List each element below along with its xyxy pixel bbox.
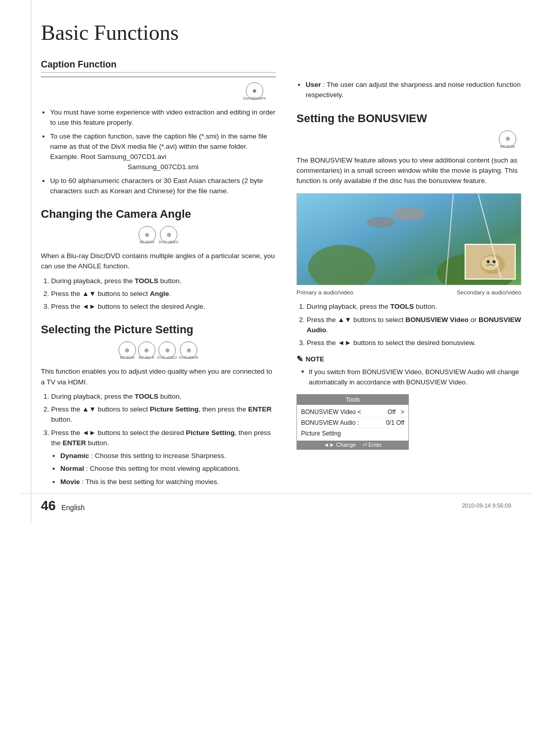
bonusview-section: Setting the BONUSVIEW ⊕ BD-ROM The BONUS… <box>296 112 521 450</box>
bdrom-badge-2: ⊕ BD-ROM <box>119 341 136 359</box>
tools-bold-1: TOOLS <box>135 277 158 285</box>
camera-angle-section: Changing the Camera Angle ⊕ BD-ROM ⊕ DVD… <box>41 208 276 312</box>
tools-row-2-value: 0/1 Off <box>386 419 404 426</box>
note-label: NOTE <box>306 355 324 363</box>
ps-subbullet-normal: Normal : Choose this setting for most vi… <box>60 464 276 474</box>
bdrom-badge-bv: ⊕ BD-ROM <box>499 130 516 148</box>
page-footer: 46 English 2010-09-14 9:56:09 <box>20 493 532 514</box>
bdre-label: BD-RE/-R <box>139 356 154 359</box>
bdre-badge: ⊕ BD-RE/-R <box>138 341 155 359</box>
ps-step-1: During playback, press the TOOLS button. <box>51 392 276 402</box>
note-content: If you switch from BONUSVIEW Video, BONU… <box>296 367 521 387</box>
page-title: Basic Functions <box>41 20 521 45</box>
ps-step-3: Press the ◄► buttons to select the desir… <box>51 428 276 487</box>
user-bullet-list: User : The user can adjust the sharpness… <box>296 80 521 101</box>
svg-point-9 <box>487 260 490 263</box>
margin-line <box>31 0 31 523</box>
bdrom-label-bv: BD-ROM <box>500 145 515 148</box>
bdrom-label-1: BD-ROM <box>140 240 154 244</box>
svg-point-10 <box>493 260 496 263</box>
tools-popup-body: BONUSVIEW Video < Off > BONUSVIEW Audio … <box>297 405 408 441</box>
enter-bold-2: ENTER <box>63 439 86 447</box>
svg-point-8 <box>481 257 499 270</box>
bdrom-label-2: BD-ROM <box>120 356 134 359</box>
tools-popup: Tools BONUSVIEW Video < Off > BONUSVIEW … <box>296 394 409 450</box>
tools-row-3-label: Picture Setting <box>301 430 341 437</box>
divx-icon-inner: ⊕ <box>252 88 257 94</box>
dvdvideo-label-2: DVD-VIDEO <box>157 356 177 359</box>
caption-bullet-1: You must have some experience with video… <box>50 107 276 128</box>
tools-popup-footer: ◄► Change ⏎ Enter <box>297 441 408 449</box>
footer-right: 2010-09-14 9:56:09 <box>462 502 511 509</box>
two-column-layout: Caption Function ⊕ DivX/MG/MP4 You must … <box>41 59 521 492</box>
bonusview-inset-img <box>465 244 516 280</box>
dvdvideo-badge-1: ⊕ DVD-VIDEO <box>159 226 179 244</box>
dvdvideo-label-1: DVD-VIDEO <box>159 240 179 244</box>
bonusview-icon-group: ⊕ BD-ROM <box>296 130 516 148</box>
bv-step-3: Press the ◄► buttons to select the desir… <box>307 338 521 348</box>
dvdplusrw-badge: ⊕ DVD+RW/R <box>179 341 198 359</box>
camera-step-1: During playback, press the TOOLS button. <box>51 276 276 286</box>
bv-tools-bold: TOOLS <box>390 303 414 310</box>
svg-point-1 <box>367 217 395 228</box>
ps-bold-2: Picture Setting <box>186 429 235 437</box>
note-title: ✎ NOTE <box>296 354 521 364</box>
tools-row-3: Picture Setting <box>301 428 404 439</box>
bv-step-1: During playback, press the TOOLS button. <box>307 302 521 312</box>
divx-icon-label: DivX/MG/MP4 <box>243 97 266 100</box>
dvdvideo-badge-2: ⊕ DVD-VIDEO <box>157 341 177 359</box>
page-language: English <box>61 503 85 512</box>
note-bullet-1: If you switch from BONUSVIEW Video, BONU… <box>302 367 521 387</box>
bv-step-2: Press the ▲▼ buttons to select BONUSVIEW… <box>307 315 521 336</box>
tools-row-1-value: Off > <box>387 408 404 416</box>
tools-row-1-label: BONUSVIEW Video < <box>301 408 361 416</box>
ps-step-2: Press the ▲▼ buttons to select Picture S… <box>51 404 276 425</box>
ps-bold-1: Picture Setting <box>150 405 198 413</box>
picture-setting-icons: ⊕ BD-ROM ⊕ BD-RE/-R ⊕ DVD-V <box>41 341 276 359</box>
caption-bullet-2: To use the caption function, save the ca… <box>50 131 276 173</box>
user-bullet: User : The user can adjust the sharpness… <box>306 80 521 101</box>
footer-left: 46 English <box>41 498 85 514</box>
inset-img-svg <box>466 245 515 279</box>
page-wrapper: Basic Functions Caption Function ⊕ DivX/… <box>20 0 532 523</box>
bdrom-badge-1: ⊕ BD-ROM <box>139 226 156 244</box>
camera-angle-icons: ⊕ BD-ROM ⊕ DVD-VIDEO <box>41 226 276 244</box>
picture-setting-steps: During playback, press the TOOLS button.… <box>41 392 276 487</box>
tools-popup-header: Tools <box>297 395 408 405</box>
camera-step-2: Press the ▲▼ buttons to select Angle. <box>51 289 276 299</box>
picture-setting-intro: This function enables you to adjust vide… <box>41 366 276 387</box>
bv-video-bold: BONUSVIEW Video <box>405 316 469 324</box>
ps-subbullet-movie: Movie : This is the best setting for wat… <box>60 477 276 487</box>
bonusview-steps: During playback, press the TOOLS button.… <box>296 302 521 348</box>
svg-point-2 <box>392 208 426 221</box>
picture-setting-section: Selecting the Picture Setting ⊕ BD-ROM ⊕… <box>41 323 276 487</box>
tools-row-2-label: BONUSVIEW Audio : <box>301 419 359 426</box>
col-right: User : The user can adjust the sharpness… <box>296 59 521 492</box>
picture-setting-title: Selecting the Picture Setting <box>41 323 276 336</box>
page-number: 46 <box>41 498 56 514</box>
enter-bold-1: ENTER <box>248 405 271 413</box>
bonusview-intro: The BONUSVIEW feature allows you to view… <box>296 155 521 187</box>
caption-bullet-3: Up to 60 alphanumeric characters or 30 E… <box>50 176 276 197</box>
tools-row-2: BONUSVIEW Audio : 0/1 Off <box>301 418 404 428</box>
ps-subbullet-dynamic: Dynamic : Choose this setting to increas… <box>60 451 276 461</box>
bonusview-title: Setting the BONUSVIEW <box>296 112 521 125</box>
col-left: Caption Function ⊕ DivX/MG/MP4 You must … <box>41 59 276 492</box>
tools-bold-2: TOOLS <box>135 393 158 400</box>
camera-step-3: Press the ◄► buttons to select the desir… <box>51 302 276 312</box>
bonusview-image <box>296 193 521 285</box>
divx-badge: ⊕ DivX/MG/MP4 <box>243 82 266 100</box>
secondary-caption: Secondary a audio/video <box>456 289 521 295</box>
caption-icon-group: ⊕ DivX/MG/MP4 <box>41 82 266 100</box>
picture-sub-bullets: Dynamic : Choose this setting to increas… <box>51 451 276 487</box>
caption-divider <box>41 77 276 77</box>
dvdplusrw-label: DVD+RW/R <box>179 356 198 359</box>
camera-angle-intro: When a Blu-ray Disc/DVD contains multipl… <box>41 251 276 272</box>
primary-caption: Primary a audio/video <box>296 289 353 295</box>
caption-bullets: You must have some experience with video… <box>41 107 276 196</box>
bonusview-img-caption: Primary a audio/video Secondary a audio/… <box>296 289 521 295</box>
caption-function-title: Caption Function <box>41 59 276 73</box>
note-icon: ✎ <box>296 354 303 364</box>
camera-angle-title: Changing the Camera Angle <box>41 208 276 221</box>
note-section: ✎ NOTE If you switch from BONUSVIEW Vide… <box>296 354 521 387</box>
